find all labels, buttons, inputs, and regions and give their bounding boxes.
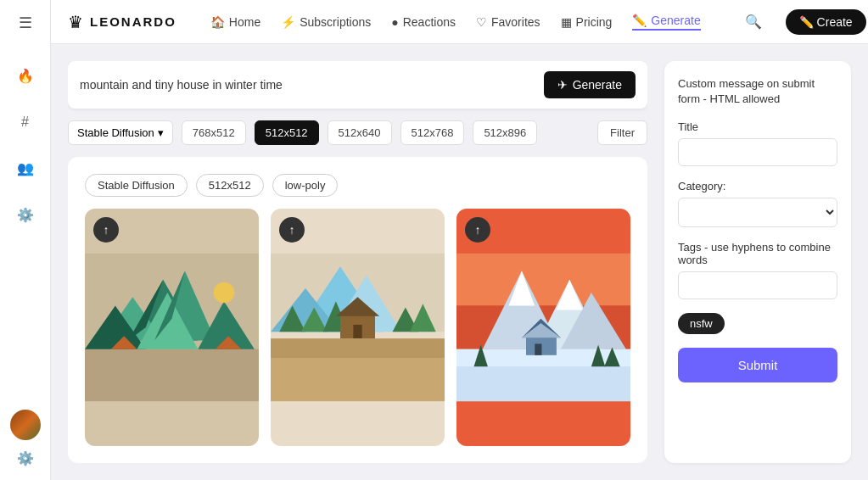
result-tag-size: 512x512 [196, 174, 264, 197]
category-select[interactable] [678, 198, 837, 227]
sidebar-icon-community[interactable]: 👥 [10, 153, 41, 183]
upload-icon-2[interactable]: ↑ [279, 217, 305, 243]
nav-pricing[interactable]: ▦ Pricing [561, 15, 613, 29]
navbar: ♛ LEONARDO 🏠 Home ⚡ Subscriptions ● Reac… [51, 0, 868, 44]
hamburger-menu-icon[interactable]: ☰ [19, 14, 32, 32]
sidebar-icon-hashtag[interactable]: # [14, 108, 36, 137]
tags-input[interactable] [678, 271, 837, 299]
title-label: Title [678, 120, 837, 133]
chevron-down-icon: ▾ [158, 126, 164, 139]
images-grid: ↑ [85, 209, 630, 446]
bolt-icon: ⚡ [281, 15, 295, 29]
submit-button[interactable]: Submit [678, 348, 837, 382]
filter-button[interactable]: Filter [597, 120, 647, 145]
pricing-icon: ▦ [561, 15, 572, 29]
pencil-icon: ✏️ [632, 14, 647, 27]
narrow-sidebar: ☰ 🔥 # 👥 ⚙️ ⚙️ [0, 0, 51, 480]
generate-panel: ✈ Generate Stable Diffusion ▾ 768x512 51… [68, 61, 647, 463]
sidebar-icon-fire[interactable]: 🔥 [10, 61, 41, 91]
image-card-3[interactable]: ↑ [456, 209, 630, 446]
upload-icon-1[interactable]: ↑ [93, 217, 119, 243]
right-panel: Custom message on submit form - HTML all… [664, 61, 851, 463]
gear-icon[interactable]: ⚙️ [17, 450, 34, 466]
svg-rect-1 [85, 349, 259, 402]
size-512x640[interactable]: 512x640 [328, 120, 392, 145]
reactions-icon: ● [391, 15, 398, 29]
nav-reactions-label: Reactions [403, 15, 456, 29]
nav-home[interactable]: 🏠 Home [210, 15, 260, 29]
panel-section-title: Custom message on submit form - HTML all… [678, 76, 837, 107]
tags-row: nsfw [678, 313, 837, 334]
tags-label: Tags - use hyphens to combine words [678, 241, 837, 266]
logo-crown-icon: ♛ [68, 12, 83, 32]
filters-row: Stable Diffusion ▾ 768x512 512x512 512x6… [68, 120, 647, 145]
create-button[interactable]: ✏️ Create [786, 9, 866, 35]
send-icon: ✈ [557, 78, 568, 92]
size-512x768[interactable]: 512x768 [400, 120, 465, 145]
nav-subscriptions-label: Subscriptions [300, 15, 371, 29]
sidebar-icon-list: 🔥 # 👥 ⚙️ [10, 61, 41, 389]
image-card-1[interactable]: ↑ [85, 209, 259, 446]
size-512x896[interactable]: 512x896 [473, 120, 537, 145]
heart-icon: ♡ [476, 15, 487, 29]
category-field-group: Category: [678, 180, 837, 227]
model-label: Stable Diffusion [77, 126, 154, 139]
image-results-container: Stable Diffusion 512x512 low-poly ↑ [68, 157, 647, 463]
svg-rect-42 [535, 343, 541, 354]
sidebar-bottom: ⚙️ [10, 410, 41, 466]
tags-field-group: Tags - use hyphens to combine words [678, 241, 837, 299]
nav-pricing-label: Pricing [576, 15, 613, 29]
prompt-row: ✈ Generate [68, 61, 647, 109]
logo: ♛ LEONARDO [68, 12, 176, 32]
nav-favorites-label: Favorites [491, 15, 540, 29]
generate-button-label: Generate [573, 78, 622, 92]
svg-rect-30 [456, 254, 630, 306]
result-tag-model: Stable Diffusion [85, 174, 188, 197]
svg-marker-28 [271, 338, 445, 358]
home-icon: 🏠 [210, 15, 225, 29]
image-card-2[interactable]: ↑ [271, 209, 445, 446]
size-512x512[interactable]: 512x512 [255, 120, 319, 145]
size-768x512[interactable]: 768x512 [182, 120, 246, 145]
prompt-input[interactable] [80, 78, 535, 92]
generate-button[interactable]: ✈ Generate [544, 71, 636, 98]
avatar[interactable] [10, 410, 41, 440]
result-tags: Stable Diffusion 512x512 low-poly [85, 174, 630, 197]
nsfw-tag[interactable]: nsfw [678, 313, 725, 334]
search-icon[interactable]: 🔍 [742, 10, 765, 33]
upload-icon-3[interactable]: ↑ [465, 217, 490, 243]
main-area: ♛ LEONARDO 🏠 Home ⚡ Subscriptions ● Reac… [51, 0, 868, 480]
content-area: ✈ Generate Stable Diffusion ▾ 768x512 51… [51, 44, 868, 480]
sidebar-icon-settings[interactable]: ⚙️ [10, 200, 41, 230]
category-label: Category: [678, 180, 837, 193]
nav-home-label: Home [229, 15, 260, 29]
title-input[interactable] [678, 138, 837, 166]
nav-reactions[interactable]: ● Reactions [391, 15, 456, 29]
svg-rect-25 [353, 325, 361, 340]
model-select[interactable]: Stable Diffusion ▾ [68, 120, 173, 145]
logo-text: LEONARDO [90, 14, 176, 29]
title-field-group: Title [678, 120, 837, 166]
nav-subscriptions[interactable]: ⚡ Subscriptions [281, 15, 371, 29]
svg-rect-38 [456, 366, 630, 401]
svg-point-12 [214, 282, 235, 304]
nav-generate-label: Generate [651, 14, 700, 27]
nav-generate[interactable]: ✏️ Generate [632, 14, 700, 31]
nav-favorites[interactable]: ♡ Favorites [476, 15, 540, 29]
result-tag-style: low-poly [272, 174, 339, 197]
